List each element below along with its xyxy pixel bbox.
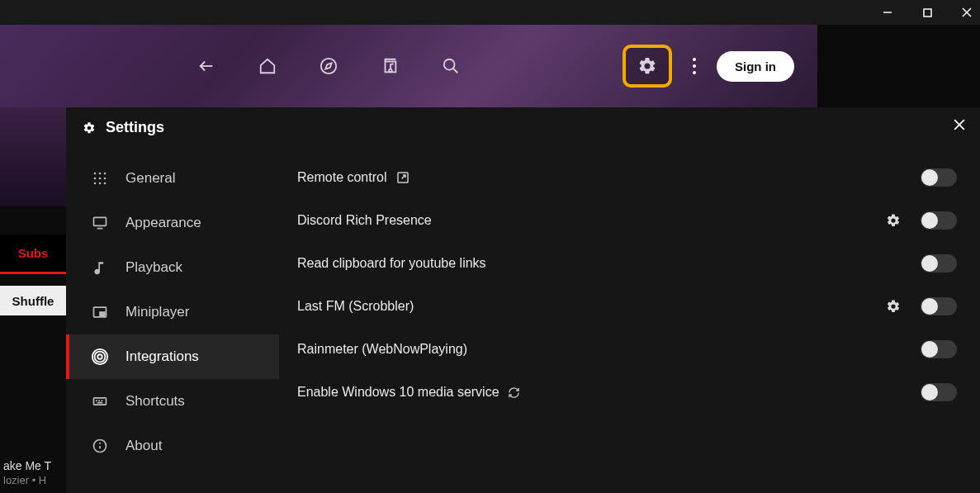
track-info-peek: ake Me T lozier • H xyxy=(0,459,66,486)
subscribe-button-peek[interactable]: Subs xyxy=(0,235,66,274)
monitor-icon xyxy=(91,214,109,232)
back-button[interactable] xyxy=(196,56,216,76)
integrations-icon xyxy=(91,348,109,366)
option-label: Read clipboard for youtube links xyxy=(297,256,486,271)
settings-button-highlight xyxy=(623,45,672,88)
svg-line-9 xyxy=(453,69,458,73)
music-note-icon xyxy=(91,258,109,277)
grid-icon xyxy=(91,169,109,187)
option-rainmeter: Rainmeter (WebNowPlaying) xyxy=(297,328,957,371)
left-background-content: Subs Shuffle ake Me T lozier • H xyxy=(0,107,66,493)
info-icon xyxy=(91,437,109,455)
settings-button[interactable] xyxy=(637,56,657,76)
svg-rect-1 xyxy=(924,9,931,17)
svg-point-17 xyxy=(104,178,107,180)
nav-icons xyxy=(196,56,461,76)
window-titlebar xyxy=(0,0,980,25)
external-link-icon[interactable] xyxy=(395,170,410,185)
sidebar-item-label: General xyxy=(125,170,175,187)
settings-close-button[interactable] xyxy=(954,119,965,130)
option-label: Rainmeter (WebNowPlaying) xyxy=(297,342,467,357)
refresh-icon[interactable] xyxy=(508,386,520,399)
library-button[interactable] xyxy=(380,56,400,76)
option-windows-media: Enable Windows 10 media service xyxy=(297,371,957,414)
sidebar-item-general[interactable]: General xyxy=(66,156,279,201)
window-close-button[interactable] xyxy=(959,4,975,21)
explore-button[interactable] xyxy=(319,56,339,76)
option-discord-rich-presence: Discord Rich Presence xyxy=(297,199,957,242)
sidebar-item-label: Playback xyxy=(125,259,182,276)
shuffle-button-peek[interactable]: Shuffle xyxy=(0,286,66,315)
svg-point-19 xyxy=(99,183,102,185)
sidebar-item-label: Integrations xyxy=(125,348,199,365)
artist-banner-peek xyxy=(0,107,66,206)
settings-modal: Settings General Appearance xyxy=(66,107,980,493)
toggle-lastfm[interactable] xyxy=(921,297,957,315)
settings-modal-header: Settings xyxy=(66,107,980,148)
svg-point-16 xyxy=(99,178,102,180)
sidebar-item-label: About xyxy=(125,438,162,454)
sidebar-item-label: Miniplayer xyxy=(125,304,189,320)
settings-body: General Appearance Playback Miniplayer xyxy=(66,148,980,492)
keyboard-icon xyxy=(91,392,109,410)
track-title: ake Me T xyxy=(3,459,66,472)
toggle-remote-control[interactable] xyxy=(921,168,957,187)
settings-title: Settings xyxy=(106,119,164,136)
home-button[interactable] xyxy=(258,56,277,76)
header-right: Sign in xyxy=(623,45,794,88)
sidebar-item-appearance[interactable]: Appearance xyxy=(66,201,279,245)
track-sub: lozier • H xyxy=(3,474,66,486)
sidebar-item-integrations[interactable]: Integrations xyxy=(66,334,279,379)
sidebar-item-label: Appearance xyxy=(125,215,201,231)
pip-icon xyxy=(91,303,109,321)
option-label: Last FM (Scrobbler) xyxy=(297,299,414,314)
sidebar-item-label: Shortcuts xyxy=(125,393,185,410)
option-clipboard-links: Read clipboard for youtube links xyxy=(297,242,957,285)
svg-rect-28 xyxy=(94,398,107,405)
shuffle-label: Shuffle xyxy=(12,294,54,308)
svg-rect-24 xyxy=(100,312,105,315)
svg-point-13 xyxy=(99,173,102,175)
toggle-windows-media[interactable] xyxy=(921,383,957,401)
option-settings-button[interactable] xyxy=(886,299,901,314)
svg-point-25 xyxy=(97,354,102,359)
sidebar-item-playback[interactable]: Playback xyxy=(66,245,279,290)
svg-point-8 xyxy=(444,59,455,70)
sidebar-item-shortcuts[interactable]: Shortcuts xyxy=(66,379,279,424)
more-menu-button[interactable] xyxy=(687,58,702,74)
svg-point-26 xyxy=(95,352,106,363)
option-remote-control: Remote control xyxy=(297,156,957,199)
subscribe-label: Subs xyxy=(18,246,49,260)
svg-point-15 xyxy=(94,178,97,180)
option-label: Remote control xyxy=(297,170,387,185)
toggle-discord[interactable] xyxy=(921,211,957,230)
settings-content: Remote control Discord Rich Presence Rea… xyxy=(279,148,980,492)
toggle-clipboard[interactable] xyxy=(921,254,957,273)
gear-icon xyxy=(83,121,96,135)
app-header: Sign in xyxy=(0,25,817,107)
sidebar-item-miniplayer[interactable]: Miniplayer xyxy=(66,290,279,334)
option-lastfm: Last FM (Scrobbler) xyxy=(297,285,957,328)
window-maximize-button[interactable] xyxy=(919,4,935,21)
option-label: Enable Windows 10 media service xyxy=(297,385,499,400)
settings-sidebar: General Appearance Playback Miniplayer xyxy=(66,148,279,492)
svg-point-18 xyxy=(94,183,97,185)
svg-point-20 xyxy=(104,183,107,185)
search-button[interactable] xyxy=(441,56,461,76)
window-minimize-button[interactable] xyxy=(879,4,896,21)
svg-marker-6 xyxy=(325,63,331,69)
svg-rect-21 xyxy=(94,217,107,225)
svg-point-5 xyxy=(321,59,336,73)
sidebar-item-about[interactable]: About xyxy=(66,424,279,468)
toggle-rainmeter[interactable] xyxy=(921,340,957,358)
sign-in-button[interactable]: Sign in xyxy=(717,51,794,82)
svg-point-14 xyxy=(104,173,107,175)
svg-point-12 xyxy=(94,173,97,175)
sign-in-label: Sign in xyxy=(735,59,776,73)
option-settings-button[interactable] xyxy=(886,213,901,228)
option-label: Discord Rich Presence xyxy=(297,213,432,228)
